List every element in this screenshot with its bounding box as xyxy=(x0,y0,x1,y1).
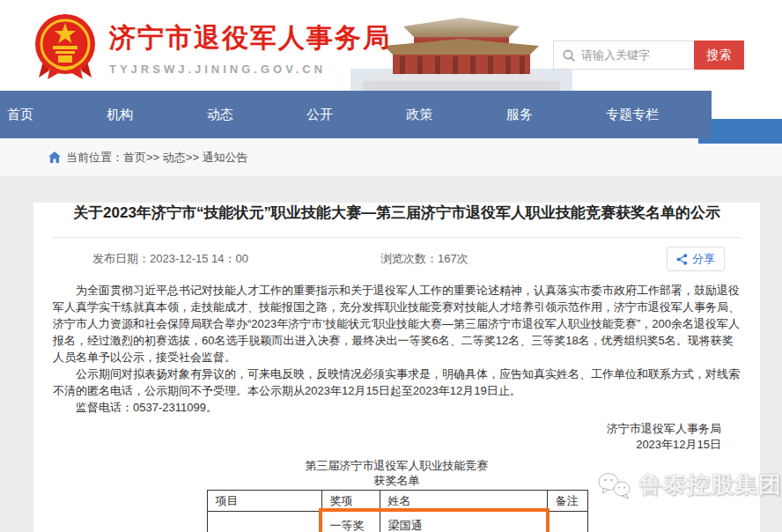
share-icon xyxy=(676,254,688,265)
header-name: 姓名 xyxy=(380,491,547,512)
nav-item-public[interactable]: 公开 xyxy=(306,107,333,123)
signature-org: 济宁市退役军人事务局 xyxy=(53,421,721,437)
share-label: 分享 xyxy=(692,251,715,267)
divider xyxy=(53,237,741,238)
nav-item-org[interactable]: 机构 xyxy=(107,107,133,123)
award-cell: 一等奖 xyxy=(321,512,380,532)
site-url: TYJRSWJ.JINING.GOV.CN xyxy=(109,63,391,76)
signature-block: 济宁市退役军人事务局 2023年12月15日 xyxy=(53,421,741,453)
publish-date: 发布日期：2023-12-15 14：00 xyxy=(92,251,248,267)
project-cell: 无人机操控 xyxy=(207,512,321,532)
breadcrumb-bar: 当前位置：首页>> 动态>> 通知公告 xyxy=(0,138,782,176)
table-header-row: 项目 奖项 姓名 备注 xyxy=(207,491,587,512)
signature-date: 2023年12月15日 xyxy=(53,437,721,453)
search-input[interactable] xyxy=(581,48,687,62)
home-icon xyxy=(48,151,61,163)
paragraph: 为全面贯彻习近平总书记对技能人才工作的重要指示和关于退役军人工作的重要论述精神，… xyxy=(53,282,741,366)
nav-item-news[interactable]: 动态 xyxy=(207,107,233,123)
brand[interactable]: 济宁市退役军人事务局 TYJRSWJ.JINING.GOV.CN xyxy=(33,12,391,83)
article-meta: 发布日期：2023-12-15 14：00 浏览次数：167次 分享 xyxy=(53,247,741,271)
search-button[interactable]: 搜索 xyxy=(694,41,744,70)
nav-item-home[interactable]: 首页 xyxy=(7,107,33,123)
remark-cell xyxy=(547,512,587,532)
nav-item-policy[interactable]: 政策 xyxy=(406,107,432,123)
table-title-line2: 获奖名单 xyxy=(53,473,741,488)
table-title: 第三届济宁市退役军人职业技能竞赛 获奖名单 xyxy=(53,458,741,488)
header-project: 项目 xyxy=(207,491,321,512)
table-title-line1: 第三届济宁市退役军人职业技能竞赛 xyxy=(53,458,741,473)
main-nav: 首页 机构 动态 公开 政策 服务 专题专栏 xyxy=(0,91,782,138)
article-card: 关于2023年济宁市“技能状元”职业技能大赛—第三届济宁市退役军人职业技能竞赛获… xyxy=(33,203,760,532)
breadcrumb[interactable]: 当前位置：首页>> 动态>> 通知公告 xyxy=(66,150,248,166)
site-header: 济宁市退役军人事务局 TYJRSWJ.JINING.GOV.CN 搜索 xyxy=(0,0,782,91)
award-table: 项目 奖项 姓名 备注 无人机操控 一等奖 梁国通 二等奖 韩帅 李富东 三等奖… xyxy=(207,490,588,532)
site-title: 济宁市退役军人事务局 xyxy=(109,20,391,56)
search-icon xyxy=(562,48,576,63)
article-body: 为全面贯彻习近平总书记对技能人才工作的重要指示和关于退役军人工作的重要论述精神，… xyxy=(53,282,741,416)
nav-item-service[interactable]: 服务 xyxy=(506,107,533,123)
header-award: 奖项 xyxy=(321,491,380,512)
share-button[interactable]: 分享 xyxy=(667,247,725,271)
article-title: 关于2023年济宁市“技能状元”职业技能大赛—第三届济宁市退役军人职业技能竞赛获… xyxy=(53,203,741,223)
paragraph: 公示期间对拟表扬对象有异议的，可来电反映，反映情况必须实事求是，明确具体，应告知… xyxy=(53,366,741,399)
national-emblem-logo xyxy=(33,12,97,83)
nav-item-special[interactable]: 专题专栏 xyxy=(606,107,659,123)
header-remark: 备注 xyxy=(547,491,587,512)
view-count: 浏览次数：167次 xyxy=(380,251,468,267)
name-cell: 梁国通 xyxy=(380,512,547,532)
table-row: 无人机操控 一等奖 梁国通 xyxy=(207,512,587,532)
search-box: 搜索 xyxy=(553,41,744,70)
paragraph: 监督电话：0537-2311099。 xyxy=(53,399,741,416)
award-table-wrap: 项目 奖项 姓名 备注 无人机操控 一等奖 梁国通 二等奖 韩帅 李富东 三等奖… xyxy=(207,490,587,532)
